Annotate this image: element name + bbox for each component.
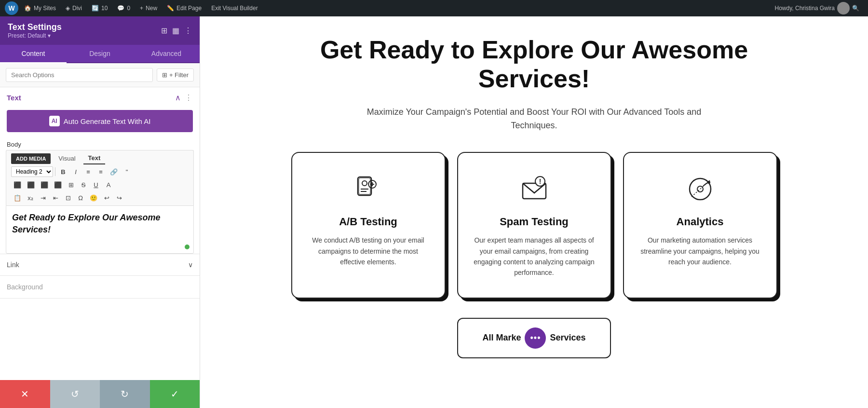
spam-testing-desc: Our expert team manages all aspects of y… [472, 235, 597, 278]
collapse-icon[interactable]: ∧ [175, 93, 181, 102]
link-chevron-icon: ∨ [188, 261, 193, 269]
analytics-desc: Our marketing automation services stream… [637, 235, 763, 267]
add-media-button[interactable]: ADD MEDIA [11, 153, 51, 164]
background-header: Background [0, 276, 200, 298]
visual-tab[interactable]: Visual [54, 153, 80, 164]
align-center-button[interactable]: ⬛ [25, 179, 37, 190]
service-card-spam-testing: ! Spam Testing Our expert team manages a… [457, 152, 611, 299]
tab-design[interactable]: Design [67, 45, 133, 62]
align-left-button[interactable]: ⬛ [11, 179, 24, 190]
outdent-button[interactable]: ⇤ [50, 192, 61, 204]
more-icon[interactable]: ⋮ [184, 26, 192, 35]
tab-advanced[interactable]: Advanced [133, 45, 200, 62]
toolbar-top: ADD MEDIA Visual Text [11, 152, 189, 164]
filter-icon: ⊞ [162, 71, 167, 79]
background-title: Background [7, 283, 43, 291]
wp-logo-icon[interactable]: W [5, 1, 18, 15]
text-section-title: Text [7, 94, 21, 102]
admin-bar-right: Howdy, Christina Gwira 🔍 [771, 0, 863, 16]
search-input[interactable] [6, 68, 153, 82]
indent-button[interactable]: ⇥ [37, 192, 49, 204]
analytics-icon [683, 172, 717, 206]
undo-button[interactable]: ↺ [50, 380, 100, 408]
save-button[interactable]: ✓ [150, 380, 200, 408]
text-color-button[interactable]: A [103, 179, 114, 190]
heading-select[interactable]: Heading 2 [11, 166, 53, 177]
filter-button[interactable]: ⊞ + Filter [157, 68, 194, 82]
admin-divi[interactable]: ◈ Divi [62, 0, 86, 16]
content-tabs: Content Design Advanced [0, 45, 200, 63]
ab-testing-icon [352, 172, 385, 206]
italic-button[interactable]: I [70, 166, 81, 177]
admin-bar: W 🏠 My Sites ◈ Divi 🔄 10 💬 0 + New ✏️ Ed… [0, 0, 868, 16]
undo-editor-button[interactable]: ↩ [101, 192, 112, 204]
fullscreen-button[interactable]: ⊡ [62, 192, 74, 204]
ai-icon: AI [49, 116, 60, 126]
tab-content[interactable]: Content [0, 45, 67, 63]
ordered-list-button[interactable]: ≡ [95, 166, 107, 177]
ai-generate-button[interactable]: AI Auto Generate Text With AI [7, 110, 193, 132]
link-title: Link [7, 261, 19, 269]
subscript-button[interactable]: x₂ [25, 192, 36, 204]
panel-header: Text Settings Preset: Default ▾ ⊞ ▦ ⋮ [0, 16, 200, 45]
align-justify-button[interactable]: ⬛ [52, 179, 64, 190]
all-services-button[interactable]: All Marke ••• Services [457, 318, 610, 358]
svg-point-2 [362, 181, 367, 186]
page-heading: Get Ready to Explore Our Awesome Service… [317, 36, 751, 94]
bold-button[interactable]: B [57, 166, 69, 177]
unordered-list-button[interactable]: ≡ [82, 166, 94, 177]
paste-button[interactable]: 📋 [11, 192, 24, 204]
panel-title-area: Text Settings Preset: Default ▾ [8, 22, 62, 39]
admin-my-sites[interactable]: 🏠 My Sites [20, 0, 60, 16]
toolbar-divider [55, 167, 55, 176]
emoji-button[interactable]: 🙂 [87, 192, 100, 204]
page-subheading: Maximize Your Campaign's Potential and B… [353, 105, 715, 133]
redo-editor-button[interactable]: ↪ [113, 192, 125, 204]
admin-edit-page[interactable]: ✏️ Edit Page [163, 0, 205, 16]
strikethrough-button[interactable]: S [78, 179, 89, 190]
svg-line-14 [692, 180, 710, 197]
expand-icon[interactable]: ⊞ [161, 26, 167, 35]
admin-new[interactable]: + New [136, 0, 161, 16]
admin-updates[interactable]: 🔄 10 [88, 0, 111, 16]
service-card-analytics: Analytics Our marketing automation servi… [623, 152, 777, 299]
ab-testing-title: A/B Testing [339, 216, 397, 228]
toolbar-row-1: Heading 2 B I ≡ ≡ 🔗 " [11, 166, 189, 177]
align-right-button[interactable]: ⬛ [38, 179, 51, 190]
text-section-header: Text ∧ ⋮ [0, 87, 200, 108]
link-section-header[interactable]: Link ∨ [0, 254, 200, 275]
link-button[interactable]: 🔗 [108, 166, 120, 177]
refresh-icon: 🔄 [92, 5, 99, 12]
editor-text: Get Ready to Explore Our Awesome Service… [12, 212, 188, 236]
redo-button[interactable]: ↻ [100, 380, 150, 408]
spam-testing-title: Spam Testing [500, 216, 569, 228]
admin-user[interactable]: Howdy, Christina Gwira 🔍 [771, 0, 863, 16]
section-more-icon[interactable]: ⋮ [185, 93, 193, 102]
layout-icon[interactable]: ▦ [172, 26, 179, 35]
underline-button[interactable]: U [90, 179, 102, 190]
section-controls: ∧ ⋮ [175, 93, 193, 102]
service-cards-row: A/B Testing We conduct A/B testing on yo… [281, 152, 787, 299]
edit-icon: ✏️ [167, 5, 174, 12]
background-section: Background [0, 276, 200, 299]
home-icon: 🏠 [24, 5, 31, 12]
special-char-button[interactable]: Ω [75, 192, 86, 204]
ab-testing-desc: We conduct A/B testing on your email cam… [306, 235, 431, 267]
text-tab[interactable]: Text [83, 152, 106, 164]
page-content: Get Ready to Explore Our Awesome Service… [200, 16, 868, 408]
table-button[interactable]: ⊞ [65, 179, 77, 190]
panel-title: Text Settings [8, 22, 62, 32]
search-icon[interactable]: 🔍 [852, 5, 859, 12]
divi-icon: ◈ [66, 5, 70, 12]
admin-exit-builder[interactable]: Exit Visual Builder [207, 0, 262, 16]
editor-content[interactable]: Get Ready to Explore Our Awesome Service… [6, 205, 194, 254]
link-section: Link ∨ [0, 254, 200, 276]
cancel-button[interactable]: ✕ [0, 380, 50, 408]
panel-preset[interactable]: Preset: Default ▾ [8, 32, 62, 39]
status-dot [185, 245, 190, 249]
all-services-text-before: All Marke [482, 333, 521, 343]
text-section: Text ∧ ⋮ AI Auto Generate Text With AI B… [0, 87, 200, 254]
admin-comments[interactable]: 💬 0 [113, 0, 134, 16]
all-services-text-after: Services [550, 333, 585, 343]
blockquote-button[interactable]: " [121, 166, 133, 177]
